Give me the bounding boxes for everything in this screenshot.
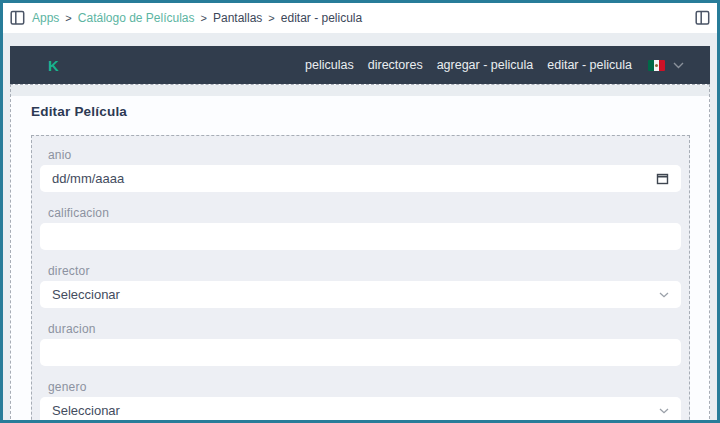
mexico-flag-icon <box>648 60 665 71</box>
breadcrumb-item-current: editar - pelicula <box>281 11 362 25</box>
breadcrumb-separator: > <box>201 12 207 24</box>
toggle-left-panel-icon[interactable] <box>10 10 25 26</box>
genero-label: genero <box>48 380 681 394</box>
calendar-icon[interactable] <box>656 172 669 185</box>
breadcrumb-separator: > <box>65 12 71 24</box>
anio-label: anio <box>48 148 681 162</box>
app-window: Apps > Catálogo de Películas > Pantallas… <box>0 0 720 423</box>
chevron-down-icon <box>659 292 669 298</box>
director-select[interactable]: Seleccionar <box>40 281 681 308</box>
breadcrumb-separator: > <box>268 12 274 24</box>
field-calificacion: calificacion <box>40 206 681 250</box>
field-director: director Seleccionar <box>40 264 681 308</box>
chevron-down-icon <box>659 408 669 414</box>
screen-canvas: Editar Película anio dd/mm/aaaa cal <box>10 84 710 423</box>
field-genero: genero Seleccionar <box>40 380 681 423</box>
date-format-placeholder: dd/mm/aaaa <box>52 171 124 186</box>
field-duracion: duracion <box>40 322 681 366</box>
nav-item-editar-pelicula[interactable]: editar - pelicula <box>547 58 632 72</box>
calificacion-input[interactable] <box>40 223 681 250</box>
navbar-menu: peliculas directores agregar - pelicula … <box>305 58 684 72</box>
page-title: Editar Película <box>31 104 709 119</box>
top-gap <box>3 33 717 46</box>
director-selected-value: Seleccionar <box>52 287 120 302</box>
anio-date-input[interactable]: dd/mm/aaaa <box>40 165 681 192</box>
genero-selected-value: Seleccionar <box>52 403 120 418</box>
breadcrumb: Apps > Catálogo de Películas > Pantallas… <box>32 11 362 25</box>
nav-item-directores[interactable]: directores <box>368 58 423 72</box>
breadcrumb-item-apps[interactable]: Apps <box>32 11 59 25</box>
calificacion-label: calificacion <box>48 206 681 220</box>
duracion-input[interactable] <box>40 339 681 366</box>
app-navbar: K peliculas directores agregar - pelicul… <box>10 46 710 84</box>
nav-item-agregar-pelicula[interactable]: agregar - pelicula <box>437 58 534 72</box>
k-logo[interactable]: K <box>48 57 59 74</box>
duracion-label: duracion <box>48 322 681 336</box>
toggle-right-panel-icon[interactable] <box>695 10 710 26</box>
field-anio: anio dd/mm/aaaa <box>40 148 681 192</box>
breadcrumb-bar: Apps > Catálogo de Películas > Pantallas… <box>3 3 717 33</box>
edit-movie-form: anio dd/mm/aaaa calificacion <box>31 135 690 423</box>
genero-select[interactable]: Seleccionar <box>40 397 681 423</box>
breadcrumb-item-catalogo[interactable]: Catálogo de Películas <box>78 11 195 25</box>
chevron-down-icon <box>673 62 684 69</box>
director-label: director <box>48 264 681 278</box>
breadcrumb-item-pantallas: Pantallas <box>213 11 262 25</box>
language-selector[interactable] <box>648 60 684 71</box>
nav-item-peliculas[interactable]: peliculas <box>305 58 354 72</box>
